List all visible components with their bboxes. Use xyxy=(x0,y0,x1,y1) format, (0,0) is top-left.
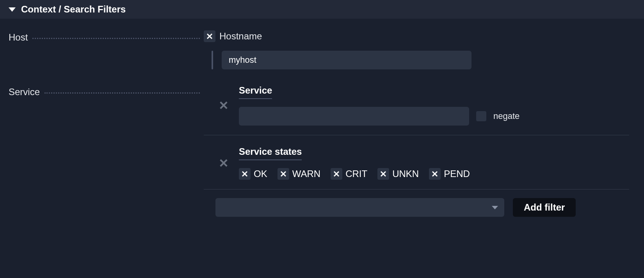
state-label-pend: PEND xyxy=(444,168,470,179)
state-chip-ok: OK xyxy=(239,168,267,180)
host-row: Host Hostname xyxy=(9,28,635,69)
negate-label: negate xyxy=(493,111,519,121)
state-chip-unkn: UNKN xyxy=(377,168,419,180)
state-label-ok: OK xyxy=(254,168,267,179)
input-indicator-bar xyxy=(212,51,213,69)
state-chip-pend: PEND xyxy=(429,168,470,180)
host-body: Hostname xyxy=(204,28,635,69)
negate-checkbox[interactable] xyxy=(476,111,486,121)
close-icon xyxy=(280,171,286,177)
host-label: Host xyxy=(9,32,32,43)
service-states-heading: Service states xyxy=(239,146,302,160)
close-icon xyxy=(206,33,213,39)
section-header[interactable]: Context / Search Filters xyxy=(0,0,644,19)
state-label-warn: WARN xyxy=(292,168,320,179)
hostname-label: Hostname xyxy=(219,31,262,42)
service-label: Service xyxy=(9,87,44,97)
close-icon xyxy=(219,101,228,110)
service-state-chips: OK WARN CRIT xyxy=(239,168,629,180)
toggle-state-unkn[interactable] xyxy=(377,168,389,180)
section-title: Context / Search Filters xyxy=(21,4,126,15)
service-filter-heading: Service xyxy=(239,85,272,99)
state-chip-crit: CRIT xyxy=(331,168,367,180)
remove-hostname-filter-button[interactable] xyxy=(204,30,215,42)
service-label-col: Service xyxy=(9,83,204,97)
service-filter-block: Service negate xyxy=(204,83,629,135)
dotted-leader xyxy=(44,92,200,94)
toggle-state-ok[interactable] xyxy=(239,168,251,180)
chevron-down-icon xyxy=(492,206,498,209)
hostname-line: Hostname xyxy=(204,30,635,42)
close-icon xyxy=(333,171,340,177)
host-label-col: Host xyxy=(9,28,204,43)
close-icon xyxy=(242,171,248,177)
state-label-crit: CRIT xyxy=(345,168,367,179)
service-filter-input[interactable] xyxy=(239,107,469,126)
state-chip-warn: WARN xyxy=(278,168,320,180)
toggle-state-pend[interactable] xyxy=(429,168,441,180)
collapse-icon xyxy=(9,7,16,12)
add-filter-button[interactable]: Add filter xyxy=(513,198,576,217)
state-label-unkn: UNKN xyxy=(392,168,419,179)
remove-service-states-button[interactable] xyxy=(218,157,229,169)
dotted-leader xyxy=(32,38,200,39)
service-row: Service Service negate xyxy=(9,83,635,217)
service-states-block: Service states OK WARN xyxy=(204,135,629,189)
hostname-input-wrap xyxy=(212,51,635,69)
remove-service-filter-button[interactable] xyxy=(218,99,229,111)
close-icon xyxy=(432,171,438,177)
toggle-state-crit[interactable] xyxy=(331,168,342,180)
add-filter-select[interactable] xyxy=(215,198,504,217)
toggle-state-warn[interactable] xyxy=(278,168,289,180)
hostname-input[interactable] xyxy=(222,51,471,69)
add-filter-row: Add filter xyxy=(204,189,629,217)
filters-content: Host Hostname Service xyxy=(0,19,644,217)
service-body: Service negate Service states xyxy=(204,83,635,217)
close-icon xyxy=(380,171,386,177)
close-icon xyxy=(219,159,228,167)
